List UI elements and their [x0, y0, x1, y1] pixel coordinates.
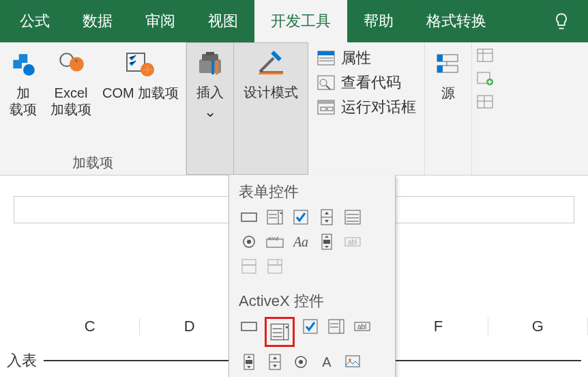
form-spinner-icon[interactable]: [317, 208, 337, 227]
view-code-label: 查看代码: [341, 72, 401, 93]
svg-rect-15: [318, 51, 334, 55]
svg-rect-28: [437, 66, 443, 72]
tab-formulas[interactable]: 公式: [3, 0, 66, 42]
source-group: 源: [424, 42, 472, 175]
form-combo-icon[interactable]: [265, 208, 285, 227]
tab-help[interactable]: 帮助: [347, 0, 410, 42]
svg-line-20: [326, 85, 330, 89]
run-dialog-label: 运行对话框: [341, 97, 416, 117]
svg-rect-8: [211, 62, 214, 74]
insert-label: 插入: [196, 84, 224, 100]
svg-text:abl: abl: [348, 238, 357, 246]
svg-rect-26: [437, 55, 443, 61]
svg-text:XYZ: XYZ: [268, 236, 279, 242]
tab-data[interactable]: 数据: [66, 0, 129, 42]
svg-rect-24: [327, 107, 333, 111]
excel-addins-label: Excel 加载项: [50, 85, 91, 117]
run-dialog-button[interactable]: 运行对话框: [317, 97, 416, 117]
svg-rect-70: [329, 320, 344, 333]
addins-group-label: 加载项: [7, 150, 179, 172]
tab-review[interactable]: 审阅: [129, 0, 192, 42]
activex-label-icon[interactable]: A: [317, 352, 337, 372]
form-listbox-icon[interactable]: [342, 208, 363, 227]
tab-view[interactable]: 视图: [192, 0, 254, 42]
svg-text:abl: abl: [357, 323, 366, 331]
activex-controls-label: ActiveX 控件: [229, 284, 395, 317]
svg-rect-55: [323, 240, 330, 244]
form-combo-list-icon[interactable]: [239, 257, 259, 276]
source-label: 源: [441, 85, 455, 101]
activex-spinner-icon[interactable]: [265, 352, 285, 372]
svg-rect-22: [318, 100, 334, 104]
addins-button[interactable]: 加 载项: [7, 48, 40, 117]
column-c[interactable]: C: [40, 318, 140, 335]
activex-image-icon[interactable]: [342, 352, 363, 372]
addins-label: 加 载项: [10, 85, 37, 117]
properties-label: 属性: [341, 48, 371, 68]
svg-rect-7: [206, 52, 214, 55]
svg-rect-23: [321, 107, 326, 111]
tab-format[interactable]: 格式转换: [410, 0, 503, 42]
form-option-icon[interactable]: [239, 232, 259, 251]
excel-addins-button[interactable]: Excel 加载项: [50, 48, 91, 117]
svg-rect-9: [216, 62, 218, 74]
svg-point-51: [247, 240, 251, 244]
xml-buttons: [472, 42, 498, 175]
view-code-button[interactable]: 查看代码: [317, 72, 416, 93]
tell-me-icon[interactable]: [538, 12, 585, 31]
com-addins-label: COM 加载项: [102, 85, 179, 101]
run-dialog-icon: [317, 99, 336, 115]
form-scrollbar-icon[interactable]: [317, 232, 337, 251]
form-combo-dropdown-icon[interactable]: [265, 257, 285, 276]
source-button[interactable]: 源: [432, 48, 465, 101]
column-f[interactable]: F: [389, 318, 488, 335]
activex-option-icon[interactable]: [291, 352, 311, 372]
activex-listbox-icon[interactable]: [326, 317, 347, 336]
form-controls-grid: XYZ Aa abl: [229, 208, 395, 284]
form-checkbox-icon[interactable]: [291, 208, 311, 227]
activex-checkbox-icon[interactable]: [300, 317, 321, 336]
form-textfield-icon[interactable]: abl: [342, 232, 363, 251]
svg-point-11: [216, 60, 218, 63]
row-text: 入表: [0, 350, 44, 371]
insert-button[interactable]: 插入 ⌄: [186, 42, 234, 175]
properties-icon: [317, 50, 336, 66]
activex-controls-grid: abl A: [229, 317, 395, 377]
column-d[interactable]: D: [140, 318, 239, 335]
properties-button[interactable]: 属性: [317, 48, 416, 68]
refresh-data-button[interactable]: [476, 94, 494, 109]
chevron-down-icon: ⌄: [204, 103, 216, 121]
design-mode-label: 设计模式: [244, 84, 298, 100]
svg-rect-82: [346, 356, 359, 367]
form-groupbox-icon[interactable]: XYZ: [265, 232, 285, 251]
form-button-icon[interactable]: [239, 208, 259, 227]
design-mode-icon: [254, 47, 287, 80]
properties-group: 属性 查看代码 运行对话框: [308, 42, 424, 175]
svg-rect-38: [241, 213, 256, 221]
svg-point-2: [70, 57, 84, 72]
design-mode-button[interactable]: 设计模式: [234, 42, 308, 175]
svg-rect-35: [477, 96, 493, 108]
addins-icon: [7, 48, 40, 81]
expansion-packs-button[interactable]: [476, 71, 494, 86]
column-g[interactable]: G: [488, 318, 588, 335]
form-label-icon[interactable]: Aa: [291, 232, 311, 251]
svg-rect-30: [477, 49, 493, 61]
form-controls-label: 表单控件: [229, 175, 395, 208]
com-addins-button[interactable]: COM 加载项: [102, 48, 179, 101]
excel-addins-icon: [55, 48, 87, 81]
activex-scrollbar-icon[interactable]: [239, 352, 259, 372]
svg-point-81: [299, 360, 303, 364]
svg-rect-63: [241, 322, 256, 331]
svg-rect-59: [242, 265, 256, 273]
tab-developer[interactable]: 开发工具: [254, 0, 347, 42]
svg-rect-58: [242, 260, 256, 265]
map-properties-button[interactable]: [476, 48, 494, 63]
svg-rect-77: [246, 360, 252, 364]
activex-textbox-icon[interactable]: abl: [352, 317, 372, 336]
source-icon: [432, 48, 465, 81]
activex-combo-icon[interactable]: [265, 317, 295, 347]
activex-button-icon[interactable]: [239, 317, 259, 336]
controls-group: 插入 ⌄ 设计模式: [186, 42, 308, 175]
svg-rect-46: [345, 210, 360, 224]
